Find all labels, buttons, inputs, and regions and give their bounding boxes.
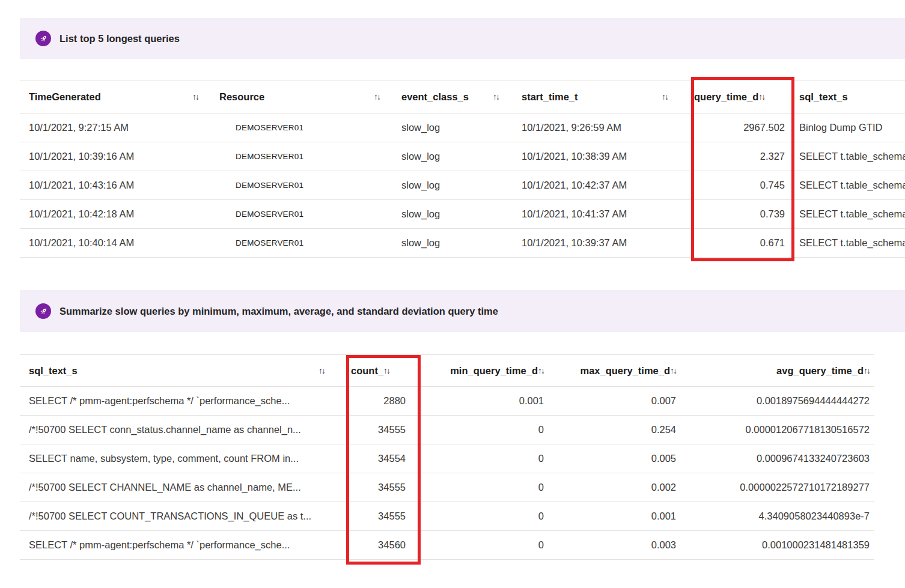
copilot-prompt-banner-1: List top 5 longest queries — [20, 18, 905, 59]
table-row[interactable]: SELECT /* pmm-agent:perfschema */ `perfo… — [20, 531, 874, 560]
cell-count: 34560 — [337, 531, 421, 559]
column-header-query-time[interactable]: query_time_d ↑↓ — [688, 80, 793, 113]
cell-start-time: 10/1/2021, 10:38:39 AM — [511, 142, 688, 171]
cell-event-class: slow_log — [392, 200, 511, 228]
table-row[interactable]: /*!50700 SELECT COUNT_TRANSACTIONS_IN_QU… — [20, 502, 874, 531]
cell-sql-text: SELECT /* pmm-agent:perfschema */ `perfo… — [20, 387, 337, 415]
cell-max-query-time: 0.007 — [553, 387, 685, 415]
column-header-label: max_query_time_d — [580, 365, 671, 377]
cell-count: 34555 — [337, 473, 421, 502]
column-header-sql-text[interactable]: sql_text_s — [793, 80, 905, 113]
cell-sql-text: SELECT t.table_schema — [793, 171, 905, 199]
cell-sql-text: /*!50700 SELECT conn_status.channel_name… — [20, 416, 337, 444]
cell-resource: DEMOSERVER01 — [210, 229, 392, 257]
cell-sql-text: /*!50700 SELECT COUNT_TRANSACTIONS_IN_QU… — [20, 502, 337, 530]
cell-resource: DEMOSERVER01 — [210, 142, 392, 171]
cell-min-query-time: 0 — [421, 473, 553, 502]
cell-query-time: 2.327 — [688, 142, 793, 171]
sort-icon[interactable]: ↑↓ — [192, 92, 198, 102]
sort-icon[interactable]: ↑↓ — [374, 92, 380, 102]
table-row[interactable]: SELECT name, subsystem, type, comment, c… — [20, 444, 874, 473]
column-header-min-query-time[interactable]: min_query_time_d ↑↓ — [421, 355, 553, 386]
column-header-avg-query-time[interactable]: avg_query_time_d ↑↓ — [685, 355, 874, 386]
table-row[interactable]: SELECT /* pmm-agent:perfschema */ `perfo… — [20, 387, 874, 416]
sort-icon[interactable]: ↑↓ — [538, 366, 544, 375]
column-header-label: sql_text_s — [29, 365, 78, 377]
table-row[interactable]: 10/1/2021, 10:43:16 AM DEMOSERVER01 slow… — [20, 171, 905, 200]
cell-avg-query-time: 0.0000022572710172189277 — [685, 473, 874, 502]
column-header-resource[interactable]: Resource ↑↓ — [210, 80, 392, 113]
sort-icon[interactable]: ↑↓ — [318, 366, 325, 375]
cell-resource: DEMOSERVER01 — [210, 114, 392, 142]
column-header-count[interactable]: count_ ↑↓ — [337, 355, 421, 386]
column-header-start-time[interactable]: start_time_t ↑↓ — [511, 80, 688, 113]
table-row[interactable]: /*!50700 SELECT CHANNEL_NAME as channel_… — [20, 473, 874, 502]
sort-icon[interactable]: ↑↓ — [758, 92, 764, 102]
sort-icon[interactable]: ↑↓ — [493, 92, 499, 102]
column-header-label: Resource — [219, 91, 264, 103]
column-header-label: query_time_d — [694, 91, 758, 103]
column-header-label: min_query_time_d — [450, 365, 538, 377]
cell-sql-text: SELECT t.table_schema — [793, 229, 905, 257]
cell-avg-query-time: 0.001000231481481359 — [685, 531, 874, 559]
cell-avg-query-time: 0.0018975694444444272 — [685, 387, 874, 415]
cell-avg-query-time: 0.0009674133240723603 — [685, 444, 874, 473]
cell-sql-text: /*!50700 SELECT CHANNEL_NAME as channel_… — [20, 473, 337, 502]
cell-sql-text: SELECT t.table_schema — [793, 142, 905, 171]
table-header-row: sql_text_s ↑↓ count_ ↑↓ min_query_time_d… — [20, 355, 874, 387]
column-header-label: sql_text_s — [799, 91, 848, 103]
column-header-timegenerated[interactable]: TimeGenerated ↑↓ — [20, 80, 210, 113]
cell-event-class: slow_log — [392, 114, 511, 142]
column-header-sql-text[interactable]: sql_text_s ↑↓ — [20, 355, 337, 386]
cell-max-query-time: 0.254 — [553, 416, 685, 444]
table-row[interactable]: 10/1/2021, 9:27:15 AM DEMOSERVER01 slow_… — [20, 114, 905, 142]
cell-min-query-time: 0 — [421, 531, 553, 559]
sort-icon[interactable]: ↑↓ — [383, 366, 389, 375]
cell-avg-query-time: 4.3409058023440893e-7 — [685, 502, 874, 530]
column-header-label: TimeGenerated — [29, 91, 101, 103]
cell-sql-text: SELECT name, subsystem, type, comment, c… — [20, 444, 337, 473]
cell-min-query-time: 0.001 — [421, 387, 553, 415]
cell-start-time: 10/1/2021, 10:39:37 AM — [511, 229, 688, 257]
cell-timegenerated: 10/1/2021, 10:43:16 AM — [20, 171, 210, 199]
cell-min-query-time: 0 — [421, 416, 553, 444]
copilot-rocket-icon — [35, 31, 51, 46]
column-header-max-query-time[interactable]: max_query_time_d ↑↓ — [553, 355, 685, 386]
cell-query-time: 0.671 — [688, 229, 793, 257]
cell-event-class: slow_log — [392, 171, 511, 199]
cell-sql-text: SELECT t.table_schema — [793, 200, 905, 228]
column-header-label: avg_query_time_d — [776, 365, 864, 377]
cell-count: 34555 — [337, 502, 421, 530]
cell-count: 2880 — [337, 387, 421, 415]
sort-icon[interactable]: ↑↓ — [662, 92, 668, 102]
cell-start-time: 10/1/2021, 10:41:37 AM — [511, 200, 688, 228]
cell-query-time: 2967.502 — [688, 114, 793, 142]
cell-max-query-time: 0.001 — [553, 502, 685, 530]
cell-timegenerated: 10/1/2021, 10:39:16 AM — [20, 142, 210, 171]
sort-icon[interactable]: ↑↓ — [670, 366, 676, 375]
table-row[interactable]: /*!50700 SELECT conn_status.channel_name… — [20, 416, 874, 444]
table-row[interactable]: 10/1/2021, 10:39:16 AM DEMOSERVER01 slow… — [20, 142, 905, 171]
cell-query-time: 0.745 — [688, 171, 793, 199]
copilot-rocket-icon — [35, 303, 51, 319]
slow-query-summary-table: sql_text_s ↑↓ count_ ↑↓ min_query_time_d… — [20, 354, 874, 560]
cell-start-time: 10/1/2021, 9:26:59 AM — [511, 114, 688, 142]
table-header-row: TimeGenerated ↑↓ Resource ↑↓ event_class… — [20, 80, 905, 114]
column-header-event-class[interactable]: event_class_s ↑↓ — [392, 80, 511, 113]
cell-min-query-time: 0 — [421, 502, 553, 530]
cell-count: 34554 — [337, 444, 421, 473]
cell-max-query-time: 0.002 — [553, 473, 685, 502]
column-header-label: start_time_t — [522, 91, 578, 103]
table-row[interactable]: 10/1/2021, 10:40:14 AM DEMOSERVER01 slow… — [20, 229, 905, 258]
copilot-prompt-banner-2: Summarize slow queries by minimum, maxim… — [20, 290, 905, 332]
cell-min-query-time: 0 — [421, 444, 553, 473]
cell-sql-text: Binlog Dump GTID — [793, 114, 905, 142]
prompt-text: Summarize slow queries by minimum, maxim… — [59, 306, 498, 317]
cell-sql-text: SELECT /* pmm-agent:perfschema */ `perfo… — [20, 531, 337, 559]
cell-start-time: 10/1/2021, 10:42:37 AM — [511, 171, 688, 199]
cell-timegenerated: 10/1/2021, 10:40:14 AM — [20, 229, 210, 257]
table-row[interactable]: 10/1/2021, 10:42:18 AM DEMOSERVER01 slow… — [20, 200, 905, 229]
cell-avg-query-time: 0.000012067718130516572 — [685, 416, 874, 444]
column-header-label: count_ — [351, 365, 383, 377]
sort-icon[interactable]: ↑↓ — [864, 366, 870, 375]
